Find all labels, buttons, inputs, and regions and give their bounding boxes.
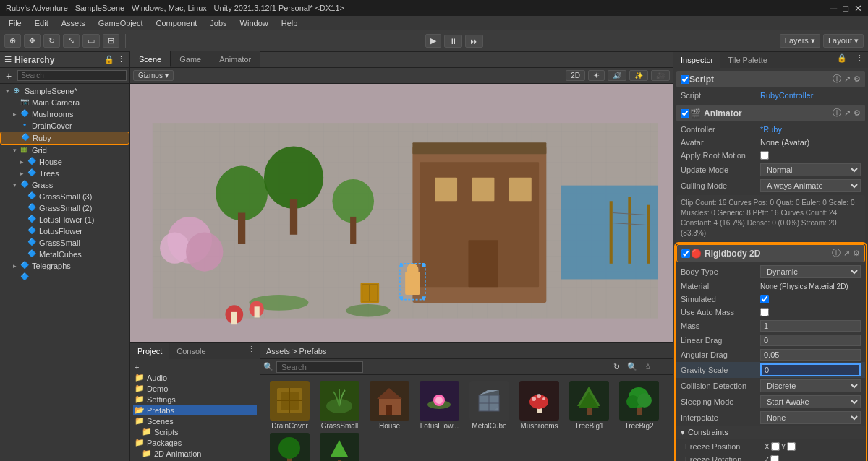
script-expand-icon[interactable]: ↗ <box>844 74 851 84</box>
hierarchy-item-lotusflower1[interactable]: 🔷 LotusFlower <box>0 225 129 237</box>
menu-gameobject[interactable]: GameObject <box>93 17 149 29</box>
hierarchy-item-draincover[interactable]: 🔹 DrainCover <box>0 120 129 132</box>
project-menu-icon[interactable]: ⋮ <box>243 343 260 359</box>
menu-file[interactable]: File <box>3 17 27 29</box>
asset-more-btn[interactable]: ⋯ <box>656 361 670 373</box>
interpolate-select[interactable]: None <box>760 411 861 424</box>
menu-jobs[interactable]: Jobs <box>204 17 232 29</box>
asset-grasssmall[interactable]: GrassSmall <box>316 381 363 430</box>
tab-animator[interactable]: Animator <box>210 51 260 67</box>
folder-scenes[interactable]: 📁 Scenes <box>133 415 257 426</box>
constraints-header-row[interactable]: ▾ Constraints <box>676 426 865 439</box>
step-button[interactable]: ⏭ <box>465 35 483 48</box>
folder-audio[interactable]: 📁 Audio <box>133 372 257 383</box>
hierarchy-item-grasssmall2[interactable]: 🔷 LotusFlower (1) <box>0 214 129 225</box>
asset-search-input[interactable] <box>276 361 363 373</box>
angular-drag-input[interactable] <box>760 349 861 361</box>
use-auto-mass-checkbox[interactable] <box>760 308 769 316</box>
freeze-pos-y-checkbox[interactable] <box>787 442 796 451</box>
close-button[interactable]: ✕ <box>854 3 862 14</box>
fx-btn[interactable]: ✨ <box>629 70 648 81</box>
toolbar-transform2-btn[interactable]: ⊞ <box>103 34 119 48</box>
folder-scripts[interactable]: 📁 Scripts <box>133 426 257 437</box>
hierarchy-item-metalcubes[interactable]: ▸ 🔷 Telegraphs <box>0 260 129 272</box>
sleeping-mode-select[interactable]: Start Awake <box>760 395 861 408</box>
hierarchy-add-btn[interactable]: + <box>3 69 14 83</box>
asset-refresh-btn[interactable]: ↻ <box>610 361 623 373</box>
tab-scene[interactable]: Scene <box>130 51 171 67</box>
asset-treebig3[interactable]: TreeBig3 <box>266 433 313 461</box>
asset-house[interactable]: House <box>366 381 413 430</box>
tab-inspector[interactable]: Inspector <box>673 52 720 68</box>
collision-detection-select[interactable]: Discrete <box>760 379 861 392</box>
tab-project[interactable]: Project <box>130 343 169 359</box>
hierarchy-item-samplescene[interactable]: ▾ ⊕ SampleScene* <box>0 85 129 97</box>
menu-window[interactable]: Window <box>234 17 274 29</box>
asset-treelittle[interactable]: TreeLittle <box>316 433 363 461</box>
simulated-checkbox[interactable] <box>760 295 769 303</box>
hierarchy-item-grass[interactable]: ▾ 🔷 Grass <box>0 179 129 191</box>
inspector-lock-icon[interactable]: 🔒 <box>833 52 851 68</box>
folder-add-btn[interactable]: + <box>133 362 257 372</box>
folder-2danim[interactable]: 📁 2D Animation <box>133 448 257 459</box>
animator-updatemode-select[interactable]: Normal <box>760 163 861 176</box>
freeze-rot-z-checkbox[interactable] <box>770 455 779 461</box>
hierarchy-item-lotusflower[interactable]: 🔷 GrassSmall <box>0 237 129 249</box>
toolbar-rotate-btn[interactable]: ↻ <box>43 34 60 48</box>
minimize-button[interactable]: ─ <box>830 3 837 14</box>
rigidbody2d-enable-checkbox[interactable] <box>681 249 690 258</box>
menu-component[interactable]: Component <box>150 17 203 29</box>
toolbar-transform-btn[interactable]: ⊕ <box>4 34 21 48</box>
asset-metalcube[interactable]: MetalCube <box>466 381 513 430</box>
scene-view[interactable] <box>130 84 673 342</box>
hierarchy-item-grasssmall4[interactable]: 🔷 GrassSmall (3) <box>0 191 129 202</box>
camera-preview-btn[interactable]: 🎥 <box>651 70 670 81</box>
bodytype-select[interactable]: Dynamic <box>760 265 861 278</box>
hierarchy-item-grasssmall3[interactable]: 🔷 GrassSmall (2) <box>0 202 129 214</box>
asset-treebig2[interactable]: TreeBig2 <box>616 381 663 430</box>
hierarchy-item-trees[interactable]: ▸ 🔷 Trees <box>0 168 129 179</box>
animator-gear-icon[interactable]: ⚙ <box>854 108 861 118</box>
animator-applyroot-checkbox[interactable] <box>760 151 769 160</box>
layers-btn[interactable]: Layers ▾ <box>780 34 820 48</box>
hierarchy-item-maincamera[interactable]: 📷 Main Camera <box>0 97 129 108</box>
tab-tile-palette[interactable]: Tile Palette <box>720 52 775 68</box>
tab-console[interactable]: Console <box>169 343 213 359</box>
menu-edit[interactable]: Edit <box>29 17 54 29</box>
hierarchy-lock-icon[interactable]: 🔒 <box>104 55 114 64</box>
hierarchy-item-telegraphs[interactable]: 🔷 <box>0 272 129 283</box>
mass-input[interactable] <box>760 320 861 332</box>
rigidbody2d-gear-icon[interactable]: ⚙ <box>853 249 860 258</box>
rigidbody2d-expand-icon[interactable]: ↗ <box>843 249 850 258</box>
asset-treebig1[interactable]: TreeBig1 <box>566 381 613 430</box>
2d-btn[interactable]: 2D <box>566 70 585 81</box>
maximize-button[interactable]: □ <box>843 3 848 14</box>
folder-prefabs[interactable]: 📂 Prefabs <box>133 405 257 415</box>
gizmo-btn[interactable]: Gizmos ▾ <box>133 70 174 81</box>
asset-search2-btn[interactable]: 🔍 <box>624 361 640 373</box>
menu-help[interactable]: Help <box>276 17 304 29</box>
toolbar-move-btn[interactable]: ✥ <box>24 34 41 48</box>
light-btn[interactable]: ☀ <box>588 70 605 81</box>
hierarchy-item-grasssmall-single[interactable]: 🔷 MetalCubes <box>0 249 129 260</box>
script-enable-checkbox[interactable] <box>681 75 689 84</box>
asset-lotusflow[interactable]: LotusFlow... <box>416 381 463 430</box>
folder-packages[interactable]: 📁 Packages <box>133 437 257 448</box>
audio-btn[interactable]: 🔊 <box>608 70 626 81</box>
animator-enable-checkbox[interactable] <box>681 109 689 118</box>
hierarchy-item-house[interactable]: ▸ 🔷 House <box>0 156 129 168</box>
freeze-pos-x-checkbox[interactable] <box>771 442 780 451</box>
play-button[interactable]: ▶ <box>425 34 441 48</box>
animator-expand-icon[interactable]: ↗ <box>844 108 851 118</box>
layout-btn[interactable]: Layout ▾ <box>823 34 864 48</box>
asset-star-btn[interactable]: ☆ <box>642 361 655 373</box>
animator-culling-select[interactable]: Always Animate <box>760 179 861 192</box>
hierarchy-item-ruby[interactable]: 🔷 Ruby <box>0 132 129 145</box>
gravity-scale-input[interactable] <box>760 363 861 376</box>
pause-button[interactable]: ⏸ <box>444 35 462 48</box>
folder-settings[interactable]: 📁 Settings <box>133 394 257 405</box>
hierarchy-item-grid[interactable]: ▾ ▦ Grid <box>0 145 129 156</box>
scene-canvas[interactable] <box>130 84 673 342</box>
linear-drag-input[interactable] <box>760 335 861 346</box>
hierarchy-item-mushrooms[interactable]: ▸ 🔷 Mushrooms <box>0 108 129 120</box>
